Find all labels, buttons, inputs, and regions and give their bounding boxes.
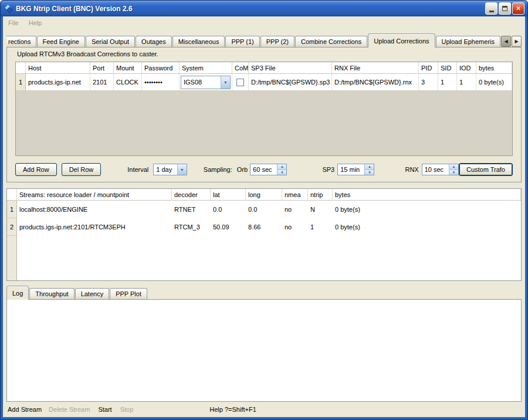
pid-cell[interactable]: 3	[419, 74, 438, 90]
port-cell[interactable]: 2101	[90, 74, 114, 90]
streams-header-decoder: decoder	[172, 189, 211, 200]
tab-serial-output[interactable]: Serial Output	[86, 36, 135, 47]
chevron-down-icon[interactable]: ▼	[177, 164, 187, 175]
upload-table-header: Host Port Mount Password System CoM SP3 …	[16, 62, 512, 74]
stream-ntrip: N	[308, 201, 333, 218]
streams-empty-area	[7, 236, 521, 280]
tab-combine-corrections[interactable]: Combine Corrections	[295, 36, 367, 47]
close-button[interactable]: ✕	[512, 2, 524, 15]
chevron-down-icon[interactable]: ▼	[221, 76, 230, 89]
header-sp3-file: SP3 File	[249, 62, 332, 73]
delete-stream-button[interactable]: Delete Stream	[49, 406, 90, 413]
header-mount: Mount	[114, 62, 142, 73]
bottom-action-bar: Add Stream Delete Stream Start Stop Help…	[3, 402, 525, 417]
minimize-icon	[489, 11, 494, 12]
spin-up-icon[interactable]: ▲	[449, 164, 458, 170]
com-checkbox[interactable]	[236, 79, 244, 86]
header-sid: SID	[438, 62, 457, 73]
window-title: BKG Ntrip Client (BNC) Version 2.6	[16, 5, 482, 13]
app-window: BKG Ntrip Client (BNC) Version 2.6 ✕ Fil…	[0, 0, 528, 420]
menubar: File Help	[3, 16, 525, 29]
streams-header-mountpoint: Streams: resource loader / mountpoint	[17, 189, 172, 200]
tab-miscellaneous[interactable]: Miscellaneous	[172, 36, 225, 47]
maximize-icon	[502, 6, 507, 11]
header-port: Port	[90, 62, 114, 73]
rnx-value: 10 sec	[422, 164, 449, 175]
menu-help[interactable]: Help	[29, 19, 42, 26]
sp3-spinner[interactable]: 15 min ▲ ▼	[337, 164, 374, 175]
upload-table-row: 1 products.igs-ip.net 2101 CLOCK •••••••…	[16, 74, 512, 91]
tab-upload-ephemeris[interactable]: Upload Ephemeris	[436, 36, 501, 47]
header-pid: PID	[419, 62, 438, 73]
tab-log[interactable]: Log	[6, 286, 29, 300]
stream-mountpoint: products.igs-ip.net:2101/RTCM3EPH	[17, 218, 172, 236]
stop-button[interactable]: Stop	[120, 406, 134, 413]
tab-ppp-plot[interactable]: PPP Plot	[110, 288, 147, 299]
rnx-file-cell[interactable]: D:/tmp/BNC${GPSWD}.rnx	[332, 74, 419, 90]
tab-outages[interactable]: Outages	[136, 36, 172, 47]
sid-cell[interactable]: 1	[438, 74, 457, 90]
help-hint: Help ?=Shift+F1	[209, 406, 256, 413]
iod-cell[interactable]: 1	[457, 74, 476, 90]
stream-decoder: RTCM_3	[172, 218, 211, 236]
spin-down-icon[interactable]: ▼	[449, 170, 458, 175]
tab-upload-corrections[interactable]: Upload Corrections	[368, 33, 435, 48]
tab-scroll-left-button[interactable]: ◀	[501, 36, 511, 47]
upload-corrections-panel: Upload RTCMv3 Broadcast Corrections to c…	[6, 47, 522, 182]
streams-header-index	[7, 189, 17, 200]
spin-up-icon[interactable]: ▲	[365, 164, 374, 170]
spin-up-icon[interactable]: ▲	[277, 164, 286, 170]
custom-trafo-button[interactable]: Custom Trafo	[459, 163, 513, 176]
streams-index-gutter	[7, 236, 17, 280]
streams-header: Streams: resource loader / mountpoint de…	[7, 189, 521, 201]
tab-latency[interactable]: Latency	[75, 288, 110, 299]
stream-nmea: no	[282, 218, 308, 236]
tab-corrections[interactable]: rections	[6, 36, 36, 47]
log-output-area[interactable]	[6, 299, 522, 402]
titlebar[interactable]: BKG Ntrip Client (BNC) Version 2.6 ✕	[1, 1, 527, 16]
system-combobox[interactable]: IGS08 ▼	[181, 76, 231, 89]
host-cell[interactable]: products.igs-ip.net	[26, 74, 90, 90]
tab-scroll-right-button[interactable]: ▶	[512, 36, 522, 47]
del-row-button[interactable]: Del Row	[62, 163, 101, 176]
stream-row[interactable]: 1 localhost:8000/ENGINE RTNET 0.0 0.0 no…	[7, 201, 521, 218]
upload-table-empty-area	[16, 91, 512, 155]
stream-lat: 50.09	[211, 218, 246, 236]
tab-feed-engine[interactable]: Feed Engine	[37, 36, 85, 47]
spin-down-icon[interactable]: ▼	[365, 170, 374, 175]
interval-label: Interval	[127, 166, 148, 173]
streams-header-nmea: nmea	[282, 189, 308, 200]
spin-down-icon[interactable]: ▼	[277, 170, 286, 175]
header-com: CoM	[232, 62, 249, 73]
minimize-button[interactable]	[485, 2, 497, 15]
start-button[interactable]: Start	[98, 406, 111, 413]
sp3-file-cell[interactable]: D:/tmp/BNC${GPSWD}.sp3	[249, 74, 332, 90]
tab-throughput[interactable]: Throughput	[29, 288, 74, 299]
stream-decoder: RTNET	[172, 201, 211, 218]
stream-row[interactable]: 2 products.igs-ip.net:2101/RTCM3EPH RTCM…	[7, 218, 521, 236]
mount-cell[interactable]: CLOCK	[114, 74, 142, 90]
streams-header-ntrip: ntrip	[308, 189, 333, 200]
stream-long: 0.0	[246, 201, 282, 218]
menu-file[interactable]: File	[8, 19, 19, 26]
com-cell	[232, 74, 249, 90]
header-system: System	[180, 62, 232, 73]
rnx-spinner[interactable]: 10 sec ▲ ▼	[422, 164, 459, 175]
orb-spinner[interactable]: 60 sec ▲ ▼	[250, 164, 287, 175]
interval-combobox[interactable]: 1 day ▼	[153, 164, 187, 175]
orb-value: 60 sec	[251, 164, 277, 175]
sampling-label: Sampling:	[204, 166, 232, 173]
sp3-label: SP3	[322, 166, 334, 173]
sp3-spin-buttons: ▲ ▼	[364, 164, 374, 175]
password-cell[interactable]: ••••••••	[142, 74, 180, 90]
stream-nmea: no	[282, 201, 308, 218]
maximize-button[interactable]	[499, 2, 511, 15]
stream-row-index: 1	[7, 201, 17, 218]
orb-label: Orb	[237, 166, 248, 173]
add-row-button[interactable]: Add Row	[15, 163, 57, 176]
streams-header-bytes: bytes	[333, 189, 521, 200]
streams-table: Streams: resource loader / mountpoint de…	[6, 188, 522, 281]
tab-ppp-2[interactable]: PPP (2)	[260, 36, 295, 47]
add-stream-button[interactable]: Add Stream	[8, 406, 42, 413]
tab-ppp-1[interactable]: PPP (1)	[225, 36, 259, 47]
